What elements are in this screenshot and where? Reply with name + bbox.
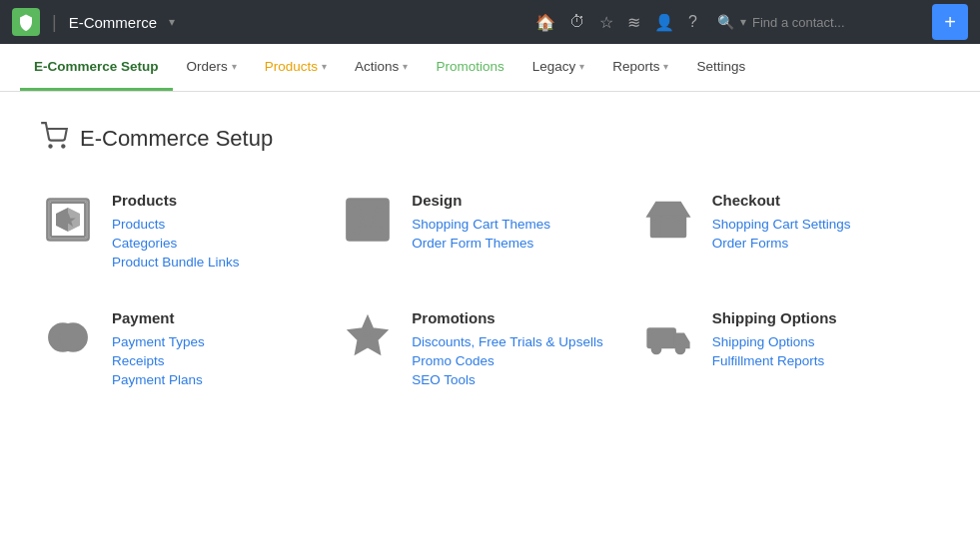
- checkout-title: Checkout: [712, 192, 851, 209]
- promotions-links: Discounts, Free Trials & Upsells Promo C…: [412, 334, 602, 387]
- svg-point-12: [355, 227, 362, 234]
- design-icon: [340, 192, 396, 248]
- add-button[interactable]: +: [932, 4, 968, 40]
- favorites-icon[interactable]: ☆: [599, 13, 613, 32]
- svg-point-21: [675, 345, 684, 354]
- app-logo[interactable]: [12, 8, 40, 36]
- checkout-links: Shopping Cart Settings Order Forms: [712, 217, 851, 251]
- shipping-link-fulfillment[interactable]: Fulfillment Reports: [712, 353, 837, 368]
- user-icon[interactable]: 👤: [654, 13, 674, 32]
- topbar-icons: 🏠 ⏱ ☆ ≋ 👤 ?: [535, 13, 697, 32]
- products-links: Products Categories Product Bundle Links: [112, 217, 240, 270]
- payment-links: Payment Types Receipts Payment Plans: [112, 334, 205, 387]
- legacy-chevron: ▾: [579, 61, 584, 72]
- design-title: Design: [412, 192, 550, 209]
- search-input[interactable]: [752, 15, 912, 30]
- section-payment: Payment Payment Types Receipts Payment P…: [40, 309, 340, 387]
- svg-point-1: [62, 145, 64, 147]
- products-link-categories[interactable]: Categories: [112, 236, 240, 251]
- payment-link-types[interactable]: Payment Types: [112, 334, 205, 349]
- home-icon[interactable]: 🏠: [535, 13, 555, 32]
- promotions-link-discounts[interactable]: Discounts, Free Trials & Upsells: [412, 334, 602, 349]
- shipping-links: Shipping Options Fulfillment Reports: [712, 334, 837, 368]
- history-icon[interactable]: ⏱: [569, 13, 585, 31]
- page-title: E-Commerce Setup: [80, 126, 273, 152]
- svg-point-20: [651, 345, 660, 354]
- svg-point-17: [59, 323, 86, 350]
- payment-title: Payment: [112, 309, 205, 326]
- design-links: Shopping Cart Themes Order Form Themes: [412, 217, 550, 251]
- nav-actions[interactable]: Actions ▾: [341, 44, 422, 91]
- promotions-link-seo[interactable]: SEO Tools: [412, 372, 602, 387]
- nav-promotions[interactable]: Promotions: [422, 44, 517, 91]
- checkout-content: Checkout Shopping Cart Settings Order Fo…: [712, 192, 851, 251]
- search-icon: 🔍: [717, 14, 734, 30]
- payment-icon: [40, 309, 96, 365]
- nav-ecommerce-setup[interactable]: E-Commerce Setup: [20, 44, 173, 91]
- section-shipping: Shipping Options Shipping Options Fulfil…: [640, 309, 940, 387]
- search-dropdown-arrow[interactable]: ▾: [740, 15, 746, 29]
- main-content: E-Commerce Setup ★ Products Products: [0, 92, 980, 549]
- shipping-title: Shipping Options: [712, 309, 837, 326]
- products-icon: ★: [40, 192, 96, 248]
- svg-point-9: [361, 213, 375, 227]
- section-products: ★ Products Products Categories Product B…: [40, 192, 340, 270]
- orders-chevron: ▾: [232, 61, 237, 72]
- products-link-bundle[interactable]: Product Bundle Links: [112, 255, 240, 270]
- promotions-link-promo-codes[interactable]: Promo Codes: [412, 353, 602, 368]
- shipping-link-options[interactable]: Shipping Options: [712, 334, 837, 349]
- payment-link-receipts[interactable]: Receipts: [112, 353, 205, 368]
- svg-rect-15: [661, 222, 675, 237]
- svg-rect-19: [647, 328, 674, 347]
- svg-point-0: [49, 145, 51, 147]
- topbar-search-area: 🔍 ▾: [717, 14, 912, 30]
- page-title-area: E-Commerce Setup: [40, 122, 940, 156]
- promotions-title: Promotions: [412, 309, 602, 326]
- section-checkout: Checkout Shopping Cart Settings Order Fo…: [640, 192, 940, 270]
- design-link-order-form-themes[interactable]: Order Form Themes: [412, 236, 550, 251]
- svg-text:%: %: [363, 330, 374, 344]
- nav-orders[interactable]: Orders ▾: [173, 44, 251, 91]
- svg-point-13: [375, 227, 382, 234]
- svg-point-10: [355, 206, 362, 213]
- products-link-products[interactable]: Products: [112, 217, 240, 232]
- nav-products[interactable]: Products ▾: [251, 44, 341, 91]
- reports-chevron: ▾: [663, 61, 668, 72]
- help-icon[interactable]: ?: [688, 13, 697, 31]
- topbar-app-name: E-Commerce: [69, 14, 157, 31]
- products-content: Products Products Categories Product Bun…: [112, 192, 240, 270]
- section-design: Design Shopping Cart Themes Order Form T…: [340, 192, 639, 270]
- products-chevron: ▾: [322, 61, 327, 72]
- topbar: | E-Commerce ▾ 🏠 ⏱ ☆ ≋ 👤 ? 🔍 ▾ +: [0, 0, 980, 44]
- svg-text:★: ★: [60, 210, 77, 231]
- promotions-icon: %: [340, 309, 396, 365]
- products-title: Products: [112, 192, 240, 209]
- cart-icon: [40, 122, 68, 156]
- payment-link-plans[interactable]: Payment Plans: [112, 372, 205, 387]
- navbar: E-Commerce Setup Orders ▾ Products ▾ Act…: [0, 44, 980, 92]
- checkout-icon: [640, 192, 696, 248]
- setup-grid: ★ Products Products Categories Product B…: [40, 192, 940, 387]
- checkout-link-cart-settings[interactable]: Shopping Cart Settings: [712, 217, 851, 232]
- topbar-dropdown-arrow[interactable]: ▾: [169, 15, 175, 29]
- nav-settings[interactable]: Settings: [682, 44, 759, 91]
- payment-content: Payment Payment Types Receipts Payment P…: [112, 309, 205, 387]
- promotions-content: Promotions Discounts, Free Trials & Upse…: [412, 309, 602, 387]
- actions-chevron: ▾: [403, 61, 408, 72]
- design-link-cart-themes[interactable]: Shopping Cart Themes: [412, 217, 550, 232]
- section-promotions: % Promotions Discounts, Free Trials & Up…: [340, 309, 639, 387]
- checkout-link-order-forms[interactable]: Order Forms: [712, 236, 851, 251]
- svg-point-11: [375, 206, 382, 213]
- shipping-content: Shipping Options Shipping Options Fulfil…: [712, 309, 837, 368]
- grid-icon[interactable]: ≋: [627, 13, 640, 32]
- design-content: Design Shopping Cart Themes Order Form T…: [412, 192, 550, 251]
- shipping-icon: [640, 309, 696, 365]
- topbar-divider: |: [52, 12, 57, 33]
- nav-reports[interactable]: Reports ▾: [598, 44, 682, 91]
- nav-legacy[interactable]: Legacy ▾: [518, 44, 599, 91]
